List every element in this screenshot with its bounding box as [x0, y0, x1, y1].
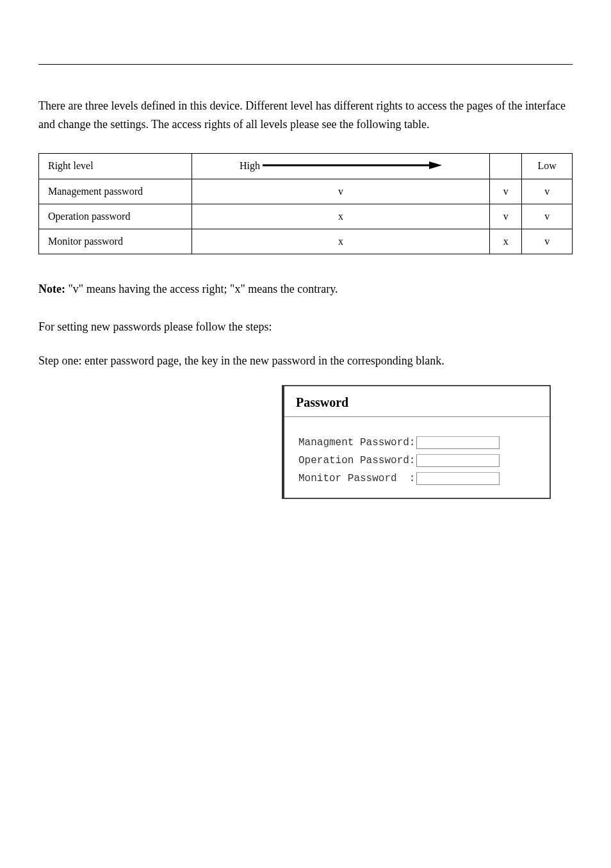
monitor-password-label: Monitor Password : — [298, 473, 415, 484]
note-paragraph: Note: "v" means having the access right;… — [38, 280, 573, 299]
cell: v — [191, 179, 490, 204]
cell: v — [522, 204, 573, 229]
header-mid — [490, 153, 522, 179]
table-row: Management password v v v — [39, 179, 573, 204]
header-rule — [38, 64, 573, 65]
password-dialog-title: Password — [284, 386, 550, 417]
note-label: Note: — [38, 283, 65, 295]
header-right-level: Right level — [39, 153, 192, 179]
operation-password-label: Operation Password: — [298, 455, 415, 466]
cell: x — [490, 229, 522, 254]
header-low: Low — [522, 153, 573, 179]
table-row: Operation password x v v — [39, 204, 573, 229]
table-row: Monitor password x x v — [39, 229, 573, 254]
operation-password-input[interactable] — [416, 454, 500, 467]
cell: v — [522, 179, 573, 204]
cell: v — [490, 179, 522, 204]
password-dialog: Password Managment Password: Operation P… — [282, 385, 551, 499]
note-text: "v" means having the access right; "x" m… — [65, 283, 338, 295]
step-one: Step one: enter password page, the key i… — [38, 352, 573, 370]
header-high: High — [191, 153, 490, 179]
row-label: Monitor password — [39, 229, 192, 254]
table-header-row: Right level High Low — [39, 153, 573, 179]
intro-paragraph: There are three levels defined in this d… — [38, 97, 573, 134]
management-password-input[interactable] — [416, 436, 500, 449]
monitor-password-input[interactable] — [416, 472, 500, 485]
cell: x — [191, 229, 490, 254]
row-label: Management password — [39, 179, 192, 204]
cell: v — [490, 204, 522, 229]
arrow-icon — [263, 161, 442, 172]
svg-marker-1 — [429, 161, 442, 169]
row-label: Operation password — [39, 204, 192, 229]
cell: x — [191, 204, 490, 229]
steps-intro: For setting new passwords please follow … — [38, 318, 573, 336]
management-password-row: Managment Password: — [298, 436, 538, 449]
management-password-label: Managment Password: — [298, 437, 415, 448]
operation-password-row: Operation Password: — [298, 454, 538, 467]
password-dialog-body: Managment Password: Operation Password: … — [284, 417, 550, 498]
cell: v — [522, 229, 573, 254]
monitor-password-row: Monitor Password : — [298, 472, 538, 485]
permissions-table: Right level High Low Management password… — [38, 153, 573, 254]
